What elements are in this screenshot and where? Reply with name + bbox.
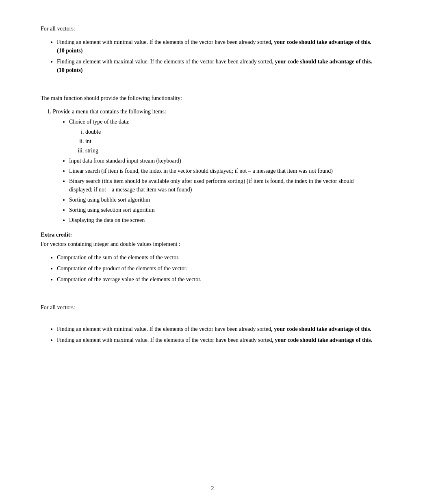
type-string: string <box>85 146 376 155</box>
for-all-vectors-top-label: For all vectors: <box>41 24 376 33</box>
page-number: 2 <box>211 485 214 492</box>
page: For all vectors: Finding an element with… <box>0 0 425 504</box>
for-all-vectors-bottom-label: For all vectors: <box>41 303 376 312</box>
main-function-ordered-list: Provide a menu that contains the followi… <box>53 107 376 224</box>
extra-credit-section: Extra credit: For vectors containing int… <box>41 232 376 284</box>
menu-item-input: Input data from standard input stream (k… <box>69 156 376 165</box>
type-int-label: int <box>85 138 91 144</box>
main-function-item-1: Provide a menu that contains the followi… <box>53 107 376 224</box>
bottom-bullet-item-2: Finding an element with maximal value. I… <box>57 336 376 344</box>
top-bullet-1-text: Finding an element with minimal value. I… <box>57 39 371 54</box>
sub-menu-list: Choice of type of the data: double int s… <box>69 117 376 224</box>
top-bullet-1-points: 10 points <box>59 48 81 54</box>
menu-item-choice-label: Choice of type of the data: <box>69 119 130 125</box>
type-string-label: string <box>85 148 98 154</box>
type-int: int <box>85 137 376 146</box>
bottom-bullet-2-text: Finding an element with maximal value. I… <box>57 337 372 343</box>
extra-credit-item-2-label: Computation of the product of the elemen… <box>57 265 187 272</box>
extra-credit-list: Computation of the sum of the elements o… <box>57 253 376 284</box>
menu-item-linear-search-label: Linear search (if item is found, the ind… <box>69 168 333 174</box>
top-section: For all vectors: Finding an element with… <box>41 24 376 74</box>
main-function-intro: The main function should provide the fol… <box>41 94 376 102</box>
menu-item-display: Displaying the data on the screen <box>69 216 376 224</box>
bottom-section: For all vectors: Finding an element with… <box>41 303 376 344</box>
extra-credit-item-1: Computation of the sum of the elements o… <box>57 253 376 262</box>
menu-item-input-label: Input data from standard input stream (k… <box>69 158 181 164</box>
menu-item-binary-search-label: Binary search (this item should be avail… <box>69 178 354 193</box>
menu-item-choice: Choice of type of the data: double int s… <box>69 117 376 155</box>
extra-credit-intro: For vectors containing integer and doubl… <box>41 240 376 248</box>
data-type-list: double int string <box>85 128 376 155</box>
extra-credit-label: Extra credit: <box>41 232 376 238</box>
menu-item-display-label: Displaying the data on the screen <box>69 217 145 223</box>
top-bullet-item-2: Finding an element with maximal value. I… <box>57 57 376 74</box>
extra-credit-item-3-label: Computation of the average value of the … <box>57 276 202 282</box>
menu-item-binary-search: Binary search (this item should be avail… <box>69 177 376 194</box>
type-double: double <box>85 128 376 136</box>
bottom-bullet-1-text: Finding an element with minimal value. I… <box>57 326 371 332</box>
top-bullet-2-text: Finding an element with maximal value. I… <box>57 59 372 73</box>
menu-item-selection-sort-label: Sorting using selection sort algorithm <box>69 207 155 213</box>
extra-credit-item-3: Computation of the average value of the … <box>57 275 376 284</box>
main-function-item-1-label: Provide a menu that contains the followi… <box>53 109 166 115</box>
type-double-label: double <box>85 129 101 135</box>
bottom-bullet-list: Finding an element with minimal value. I… <box>57 325 376 344</box>
top-bullet-item-1: Finding an element with minimal value. I… <box>57 38 376 55</box>
menu-item-bubble-sort: Sorting using bubble sort algorithm <box>69 196 376 204</box>
top-bullet-2-points: 10 points <box>59 67 81 73</box>
menu-item-linear-search: Linear search (if item is found, the ind… <box>69 167 376 175</box>
extra-credit-item-2: Computation of the product of the elemen… <box>57 264 376 273</box>
bottom-bullet-item-1: Finding an element with minimal value. I… <box>57 325 376 333</box>
menu-item-selection-sort: Sorting using selection sort algorithm <box>69 206 376 214</box>
top-bullet-list: Finding an element with minimal value. I… <box>57 38 376 74</box>
menu-item-bubble-sort-label: Sorting using bubble sort algorithm <box>69 197 150 203</box>
main-function-section: The main function should provide the fol… <box>41 94 376 224</box>
extra-credit-item-1-label: Computation of the sum of the elements o… <box>57 254 180 261</box>
